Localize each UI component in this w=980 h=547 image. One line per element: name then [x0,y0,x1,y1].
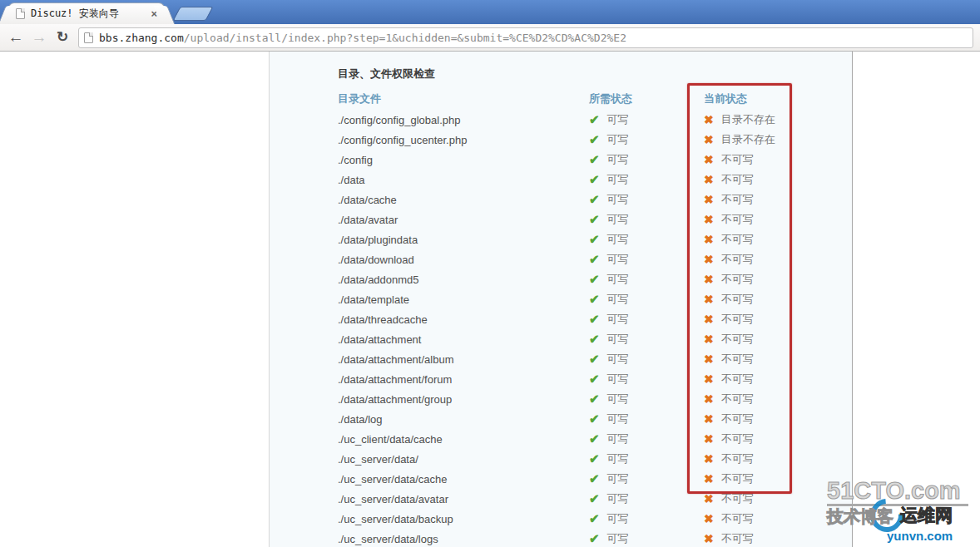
required-status-label: 可写 [607,411,629,426]
check-icon: ✔ [589,132,600,147]
watermark: 51CTO.com 技术博客 运维网 yunvn.com [827,479,968,545]
required-status-label: 可写 [607,192,629,207]
check-icon: ✔ [589,372,600,387]
check-icon: ✔ [589,292,600,307]
cross-icon: ✖ [704,432,714,446]
page-viewport: 目录、文件权限检查 目录文件 所需状态 当前状态 ./config/config… [0,52,980,547]
check-icon: ✔ [589,172,600,187]
forward-icon: → [28,27,50,48]
check-icon: ✔ [589,431,600,446]
required-status-label: 可写 [607,531,629,546]
cross-icon: ✖ [704,352,714,366]
file-path: ./data/template [338,293,589,306]
cross-icon: ✖ [704,273,714,286]
required-status-label: 可写 [607,132,629,147]
current-status-label: 不可写 [721,212,754,227]
check-icon: ✔ [589,491,600,506]
address-bar[interactable]: bbs.zhang.com/upload/install/index.php?s… [78,27,973,48]
new-tab-button[interactable] [172,7,213,21]
file-path: ./data/addonmd5 [338,274,589,286]
file-path: ./data/log [338,413,589,426]
table-row: ./data/threadcache✔可写✖不可写 [338,309,837,329]
cross-icon: ✖ [704,372,714,386]
required-status-label: 可写 [607,172,629,187]
required-status-label: 可写 [607,152,629,167]
file-path: ./data/download [338,254,589,266]
url-path: /upload/install/index.php?step=1&uchidde… [184,32,626,44]
cross-icon: ✖ [704,532,714,545]
cross-icon: ✖ [704,133,714,146]
table-row: ./data/addonmd5✔可写✖不可写 [338,269,837,289]
cross-icon: ✖ [704,193,714,206]
column-header-required: 所需状态 [589,91,704,106]
current-status-label: 不可写 [721,411,754,426]
file-path: ./data/threadcache [338,313,589,326]
current-status-label: 不可写 [721,252,754,267]
required-status-label: 可写 [607,112,629,127]
current-status-label: 不可写 [721,392,754,407]
file-path: ./uc_server/data/logs [338,533,589,545]
cross-icon: ✖ [704,452,714,466]
reload-icon[interactable]: ↻ [52,27,73,48]
required-status-label: 可写 [607,511,629,526]
table-row: ./uc_client/data/cache✔可写✖不可写 [338,429,837,449]
column-header-file: 目录文件 [338,91,589,106]
required-status-label: 可写 [607,332,629,347]
current-status-label: 不可写 [721,491,754,506]
cross-icon: ✖ [704,512,714,525]
table-row: ./data/avatar✔可写✖不可写 [338,209,837,229]
file-path: ./uc_server/data/ [338,453,589,466]
table-row: ./data✔可写✖不可写 [338,170,837,190]
check-icon: ✔ [589,312,600,327]
browser-titlebar: Discuz! 安装向导 × [0,0,980,24]
section-title: 目录、文件权限检查 [338,67,435,81]
current-status-label: 不可写 [721,172,754,187]
file-path: ./data/attachment/forum [338,373,589,386]
table-row: ./data/plugindata✔可写✖不可写 [338,229,837,249]
permission-table: ./config/config_global.php✔可写✖目录不存在./con… [338,110,837,547]
required-status-label: 可写 [607,392,629,407]
file-path: ./uc_server/data/avatar [338,493,589,505]
required-status-label: 可写 [607,272,629,287]
table-row: ./uc_server/data/backup✔可写✖不可写 [338,509,837,529]
file-path: ./uc_server/data/cache [338,473,589,485]
current-status-label: 不可写 [721,511,754,526]
required-status-label: 可写 [607,352,629,367]
file-path: ./data/avatar [338,214,589,226]
check-icon: ✔ [589,392,600,407]
install-wizard-content: 目录、文件权限检查 目录文件 所需状态 当前状态 ./config/config… [269,52,853,547]
file-path: ./data/cache [338,194,589,206]
cross-icon: ✖ [704,472,714,485]
check-icon: ✔ [589,352,600,367]
file-path: ./data/attachment [338,333,589,346]
table-row: ./uc_server/data/✔可写✖不可写 [338,449,837,469]
current-status-label: 不可写 [721,332,754,347]
tab-close-icon[interactable]: × [151,8,157,19]
table-row: ./config/config_ucenter.php✔可写✖目录不存在 [338,130,837,150]
browser-tab[interactable]: Discuz! 安装向导 × [8,2,165,24]
table-row: ./config/config_global.php✔可写✖目录不存在 [338,110,837,130]
back-icon[interactable]: ← [5,27,27,48]
table-row: ./data/attachment/group✔可写✖不可写 [338,389,837,409]
cross-icon: ✖ [704,213,714,226]
table-row: ./data/attachment/forum✔可写✖不可写 [338,369,837,389]
current-status-label: 不可写 [721,372,754,387]
file-path: ./config/config_global.php [338,114,589,126]
file-path: ./data/attachment/album [338,353,589,366]
file-path: ./config [338,154,589,166]
check-icon: ✔ [589,112,600,127]
check-icon: ✔ [589,531,600,546]
cross-icon: ✖ [704,153,714,166]
table-row: ./data/download✔可写✖不可写 [338,249,837,269]
file-path: ./config/config_ucenter.php [338,134,589,146]
cross-icon: ✖ [704,113,714,126]
table-header-row: 目录文件 所需状态 当前状态 [338,91,804,106]
check-icon: ✔ [589,451,600,466]
check-icon: ✔ [589,411,600,426]
url-text: bbs.zhang.com/upload/install/index.php?s… [99,32,626,44]
page-icon [84,32,93,43]
file-path: ./uc_client/data/cache [338,433,589,446]
favicon-page-icon [16,8,25,19]
file-path: ./data/attachment/group [338,393,589,406]
cross-icon: ✖ [704,233,714,246]
